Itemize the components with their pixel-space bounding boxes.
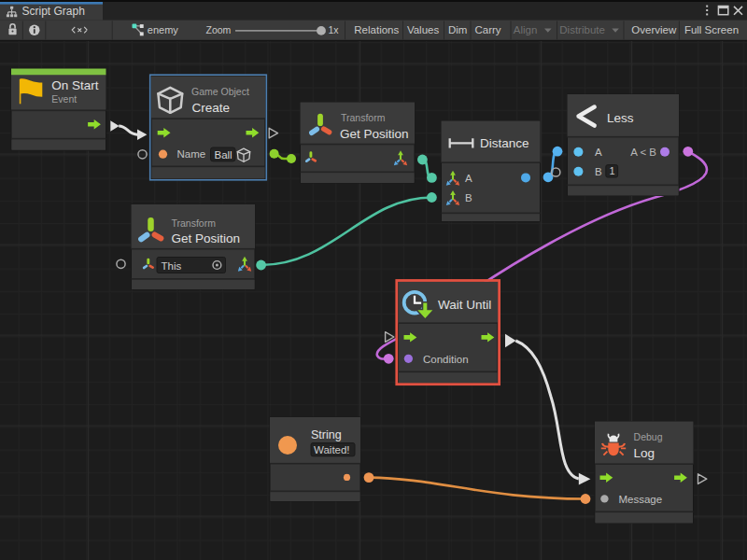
svg-text:This: This	[162, 260, 182, 272]
svg-text:Event: Event	[51, 93, 77, 105]
svg-text:Relations: Relations	[354, 24, 399, 35]
svg-text:Values: Values	[407, 24, 440, 35]
svg-text:Overview: Overview	[631, 24, 677, 35]
svg-text:Game Object: Game Object	[191, 86, 249, 97]
svg-text:Distance: Distance	[480, 136, 529, 150]
svg-text:On Start: On Start	[51, 78, 99, 92]
svg-text:Less: Less	[607, 111, 634, 125]
svg-text:String: String	[311, 428, 342, 441]
svg-text:1x: 1x	[329, 24, 340, 35]
svg-text:Align: Align	[514, 24, 538, 35]
svg-text:B: B	[465, 192, 472, 203]
svg-text:Waited!: Waited!	[314, 444, 350, 455]
svg-text:Wait Until: Wait Until	[438, 298, 491, 312]
svg-text:Distribute: Distribute	[559, 24, 605, 35]
svg-text:Get Position: Get Position	[172, 231, 241, 245]
svg-text:Create: Create	[192, 101, 231, 115]
svg-text:Debug: Debug	[634, 431, 663, 442]
svg-text:Condition: Condition	[423, 354, 469, 365]
svg-text:A: A	[595, 147, 602, 158]
svg-text:enemy: enemy	[148, 24, 179, 35]
svg-text:Transform: Transform	[172, 217, 217, 229]
svg-text:Script Graph: Script Graph	[22, 5, 85, 18]
svg-text:A < B: A < B	[630, 147, 656, 158]
svg-text:B: B	[595, 166, 602, 177]
svg-text:Zoom: Zoom	[206, 24, 232, 35]
svg-text:Get Position: Get Position	[340, 127, 409, 141]
svg-text:A: A	[465, 173, 472, 184]
svg-text:Log: Log	[634, 446, 655, 460]
svg-text:Message: Message	[619, 494, 663, 505]
svg-text:Full Screen: Full Screen	[684, 24, 739, 35]
svg-text:1: 1	[610, 165, 615, 176]
svg-text:Carry: Carry	[475, 24, 501, 35]
svg-text:Ball: Ball	[215, 149, 233, 161]
svg-text:Transform: Transform	[341, 112, 386, 123]
svg-text:Dim: Dim	[448, 24, 467, 35]
svg-text:Name: Name	[177, 148, 206, 160]
